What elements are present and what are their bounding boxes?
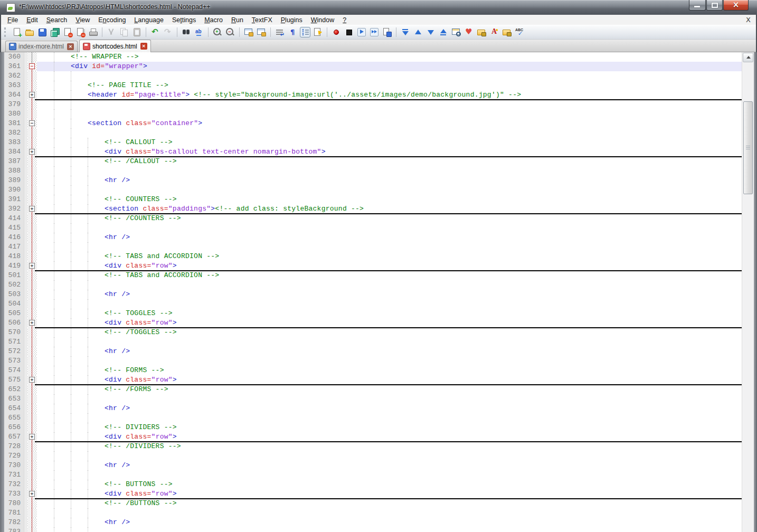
line-text[interactable]: <!-- /CALLOUT -->	[37, 157, 742, 166]
fold-margin[interactable]	[27, 280, 37, 290]
fold-margin[interactable]	[27, 461, 37, 470]
code-line-418[interactable]: 418<!-- TABS and ACCORDION -->	[4, 252, 742, 261]
fold-margin[interactable]	[27, 71, 37, 81]
line-text[interactable]	[37, 223, 742, 233]
tab-close-icon[interactable]: ×	[140, 43, 147, 50]
replace-icon[interactable]	[194, 27, 204, 37]
line-text[interactable]: <!-- TABS and ACCORDION -->	[37, 252, 742, 261]
code-line-390[interactable]: 390	[4, 185, 742, 195]
macro-save-icon[interactable]	[382, 27, 392, 37]
fold-margin[interactable]	[27, 176, 37, 185]
code-line-364[interactable]: 364+<header id="page-title"> <!-- style=…	[4, 90, 742, 100]
code-line-362[interactable]: 362	[4, 71, 742, 81]
code-line-383[interactable]: 383<!-- CALLOUT -->	[4, 138, 742, 147]
tab-shortcodes.html[interactable]: shortcodes.html×	[79, 40, 151, 52]
fold-margin[interactable]	[27, 337, 37, 347]
line-text[interactable]	[37, 356, 742, 366]
line-text[interactable]: <hr />	[37, 347, 742, 356]
code-line-783[interactable]: 783	[4, 527, 742, 532]
line-text[interactable]: <hr />	[37, 461, 742, 470]
code-line-503[interactable]: 503<hr />	[4, 290, 742, 299]
nav-up-icon[interactable]	[413, 27, 423, 37]
zoom-in-icon[interactable]	[213, 27, 222, 37]
line-text[interactable]: <!-- BUTTONS -->	[37, 480, 742, 489]
code-line-652[interactable]: 652<!-- /FORMS -->	[4, 385, 742, 394]
sync-horizontal-scroll-icon[interactable]	[257, 27, 266, 37]
jump-bottom-icon[interactable]	[439, 27, 448, 37]
line-text[interactable]: <!-- DIVIDERS -->	[37, 423, 742, 432]
title-bar[interactable]: *F:\www\htdocs\PRJ\Atropos\HTML\shortcod…	[0, 0, 757, 15]
fold-margin[interactable]	[27, 242, 37, 252]
line-text[interactable]: <!-- TABS and ACCORDION -->	[37, 271, 742, 280]
code-line-571[interactable]: 571	[4, 337, 742, 347]
fold-margin[interactable]	[27, 290, 37, 299]
maximize-button[interactable]	[706, 0, 723, 11]
menu-plugins[interactable]: Plugins	[277, 16, 307, 24]
line-text[interactable]	[37, 337, 742, 347]
jump-top-icon[interactable]	[401, 27, 410, 37]
redo-icon[interactable]	[163, 27, 173, 37]
fold-margin[interactable]	[27, 271, 37, 280]
menu-search[interactable]: Search	[42, 16, 72, 24]
fold-margin[interactable]: +	[27, 90, 37, 100]
code-line-380[interactable]: 380	[4, 109, 742, 119]
line-text[interactable]	[37, 451, 742, 461]
code-line-505[interactable]: 505<!-- TOGGLES -->	[4, 309, 742, 318]
line-text[interactable]: <!-- COUNTERS -->	[37, 195, 742, 204]
menu-textfx[interactable]: TextFX	[248, 16, 277, 24]
spell-check-icon[interactable]	[515, 27, 524, 37]
fold-margin[interactable]	[27, 499, 37, 508]
close-all-icon[interactable]	[75, 27, 85, 37]
line-text[interactable]: <hr />	[37, 176, 742, 185]
fold-margin[interactable]: +	[27, 204, 37, 214]
line-text[interactable]	[37, 508, 742, 518]
line-text[interactable]: <!-- /TOGGLES -->	[37, 328, 742, 337]
fold-expand-icon[interactable]: +	[29, 491, 35, 497]
line-text[interactable]	[37, 109, 742, 119]
code-line-506[interactable]: 506+<div class="row">	[4, 318, 742, 328]
open-file-icon[interactable]	[25, 27, 34, 37]
undo-icon[interactable]	[150, 27, 160, 37]
line-text[interactable]: <!-- /FORMS -->	[37, 385, 742, 394]
line-text[interactable]	[37, 242, 742, 252]
tab-close-icon[interactable]: ×	[67, 43, 74, 50]
toolbar-gripper[interactable]	[4, 27, 7, 37]
line-text[interactable]: <div class="row">	[37, 375, 742, 385]
fold-collapse-icon[interactable]: −	[29, 120, 35, 126]
new-file-icon[interactable]	[12, 27, 22, 37]
code-line-379[interactable]: 379	[4, 100, 742, 109]
fold-margin[interactable]	[27, 109, 37, 119]
save-all-icon[interactable]	[50, 27, 60, 37]
code-line-504[interactable]: 504	[4, 299, 742, 309]
menu-macro[interactable]: Macro	[200, 16, 227, 24]
code-line-363[interactable]: 363<!-- PAGE TITLE -->	[4, 81, 742, 90]
fold-margin[interactable]	[27, 366, 37, 375]
fold-margin[interactable]	[27, 413, 37, 423]
fold-expand-icon[interactable]: +	[29, 149, 35, 155]
fold-expand-icon[interactable]: +	[29, 206, 35, 212]
line-text[interactable]	[37, 100, 742, 109]
code-line-730[interactable]: 730<hr />	[4, 461, 742, 470]
scrollbar-thumb[interactable]	[743, 101, 753, 194]
code-line-414[interactable]: 414<!-- /COUNTERS -->	[4, 214, 742, 223]
fold-margin[interactable]	[27, 195, 37, 204]
code-line-419[interactable]: 419+<div class="row">	[4, 261, 742, 271]
code-line-732[interactable]: 732<!-- BUTTONS -->	[4, 480, 742, 489]
sync-vertical-scroll-icon[interactable]	[244, 27, 253, 37]
fold-expand-icon[interactable]: +	[29, 92, 35, 98]
line-text[interactable]: <!-- TOGGLES -->	[37, 309, 742, 318]
fold-margin[interactable]	[27, 252, 37, 261]
word-wrap-icon[interactable]	[275, 27, 285, 37]
code-line-501[interactable]: 501<!-- TABS and ACCORDION -->	[4, 271, 742, 280]
fold-margin[interactable]	[27, 128, 37, 138]
menu-settings[interactable]: Settings	[168, 16, 200, 24]
code-line-654[interactable]: 654<hr />	[4, 404, 742, 413]
fold-margin[interactable]	[27, 309, 37, 318]
fold-expand-icon[interactable]: +	[29, 377, 35, 383]
fold-margin[interactable]	[27, 518, 37, 527]
macro-run-multiple-icon[interactable]	[370, 27, 379, 37]
fold-margin[interactable]	[27, 52, 37, 62]
line-text[interactable]: <!-- /COUNTERS -->	[37, 214, 742, 223]
menu-run[interactable]: Run	[227, 16, 248, 24]
line-text[interactable]: <hr />	[37, 518, 742, 527]
